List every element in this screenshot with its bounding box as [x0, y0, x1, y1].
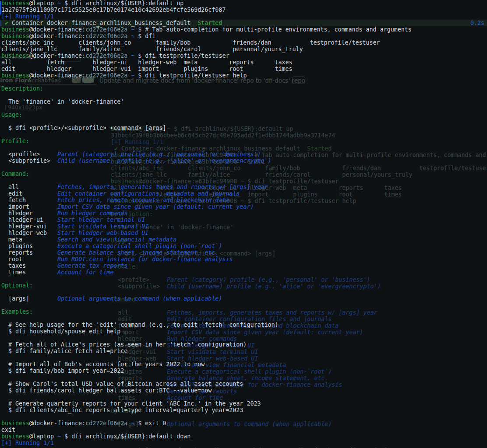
command-description: Child (username) profile (e.g., 'alice' … — [57, 158, 271, 164]
text: $ dfi archlinux/${USER}:default up — [61, 0, 184, 7]
text: The 'finance' in 'docker-finance' — [1, 98, 124, 105]
container-id: cd272ef06e2a — [85, 52, 127, 59]
terminal-line: [+] Running 1/1 — [1, 440, 412, 446]
prompt-user: business — [1, 420, 29, 427]
terminal-line: taxes Generate tax reports — [1, 262, 412, 269]
text: all — [1, 184, 57, 190]
scroll-indicator — [0, 20, 1, 26]
status-text: [+] Running 1/1 — [1, 440, 54, 446]
command-description: Account for time — [57, 269, 113, 276]
terminal-line: import Import CSV data since given year … — [1, 203, 412, 210]
terminal-screen: 0.0.1:30045vrgreenCryptobranchassets/exa… — [0, 0, 487, 448]
text: exit — [1, 427, 15, 433]
terminal-line: Examples: — [1, 308, 412, 315]
terminal-line — [1, 354, 412, 361]
terminal-line: # Import all of Bob's accounts for the y… — [1, 361, 412, 368]
container-id: cd272ef06e2a — [85, 33, 127, 39]
terminal-line: hledger Run hledger commands — [1, 210, 412, 217]
text: $ dfi household/spouse edit help — [1, 328, 120, 335]
command-description: Import CSV data since given year (defaul… — [57, 203, 254, 210]
terminal-line — [1, 289, 412, 295]
command-description: Execute a categorical shell plugin (non-… — [57, 243, 222, 249]
text: # Fetch all of Alice's prices (as seen i… — [1, 341, 247, 348]
terminal-line: <profile> Parent (category) profile (e.g… — [1, 151, 412, 158]
text: # Generate quarterly reports for your cl… — [1, 400, 261, 407]
terminal-line — [1, 177, 412, 184]
terminal-line: [args] Optional arguments to command (wh… — [1, 295, 412, 302]
text: @docker-finance: — [29, 33, 85, 39]
terminal-line: Usage: — [1, 112, 412, 118]
text: hledger-vui — [1, 223, 57, 230]
terminal-line: edit Edit container configurations, meta… — [1, 190, 412, 197]
command-description: Search and view financial metadata — [57, 236, 176, 243]
text: edit — [1, 190, 57, 197]
text: $ dfi archlinux/${USER}:default down — [61, 433, 191, 440]
terminal-line — [1, 105, 412, 112]
text: all fetch hledger-ui hledger-web meta re… — [1, 59, 292, 66]
terminal-line — [1, 164, 412, 171]
command-description: Run hledger commands — [57, 210, 127, 217]
text: times — [1, 269, 57, 276]
text: @laptop — [29, 0, 57, 7]
command-description: Start visidata terminal UI — [57, 223, 148, 230]
section-header: Command: — [1, 171, 29, 177]
terminal-line — [1, 131, 412, 138]
prompt-user: business — [1, 433, 29, 440]
terminal-line: $ dfi friends/carol hledger bal assets c… — [1, 387, 412, 394]
text: plugins — [1, 243, 57, 249]
duration-label: 0.2s — [470, 20, 484, 26]
terminal-line — [1, 302, 412, 308]
terminal-output: business@laptop ~ $ dfi archlinux/${USER… — [1, 0, 412, 446]
terminal-line — [1, 79, 412, 85]
scroll-indicator — [0, 1, 1, 14]
terminal-line: business@laptop ~ $ dfi archlinux/${USER… — [1, 433, 412, 440]
section-header: Usage: — [1, 112, 22, 118]
text: # Import all of Bob's accounts for the y… — [1, 361, 205, 368]
terminal-line — [1, 394, 412, 400]
text: @docker-finance: — [29, 52, 85, 59]
text: hledger-web — [1, 230, 57, 236]
terminal-line — [1, 276, 412, 282]
text: <subprofile> — [1, 158, 57, 164]
text: reports — [1, 249, 57, 256]
text: $ dfi testprofile/testuser help — [134, 72, 247, 79]
prompt-tilde: ~ — [57, 0, 61, 7]
prompt-tilde: ~ — [57, 433, 61, 440]
text: 1a27675f30110907c171c5525e0c17b7e0174e10… — [1, 7, 226, 13]
terminal-line: times Account for time — [1, 269, 412, 276]
terminal-line: $ dfi family/bob import year=2022 — [1, 368, 412, 374]
command-description: Fetches, imports, generates taxes and re… — [57, 184, 268, 190]
terminal-line — [1, 118, 412, 125]
command-description: Generate tax reports — [57, 262, 127, 269]
text: $ dfi clients/abc_inc reports all=type i… — [1, 407, 243, 413]
terminal-line: $ dfi family/alice fetch all=price — [1, 348, 412, 354]
text: hledger-ui — [1, 217, 57, 223]
command-description: Fetch prices, remote accounts and blockc… — [57, 197, 229, 203]
terminal-line: # Generate quarterly reports for your cl… — [1, 400, 412, 407]
text: [args] — [1, 295, 57, 302]
text: $ dfi <profile>/<subprofile> <command> [… — [1, 125, 166, 131]
terminal-line: root Run ROOT.cern instance for docker-f… — [1, 256, 412, 262]
text: <profile> — [1, 151, 57, 158]
terminal-line: reports Generate balance sheet, income s… — [1, 249, 412, 256]
text: # See help usage for the 'edit' command … — [1, 322, 278, 328]
terminal-line: business@docker-finance:cd272ef06e2a ~ $… — [1, 420, 412, 427]
text: $ # Tab auto-completion for multi-profil… — [134, 26, 411, 33]
terminal-line: hledger-ui Start hledger terminal UI — [1, 217, 412, 223]
terminal-line: business@docker-finance:cd272ef06e2a ~ $… — [1, 26, 412, 33]
prompt-user: business — [1, 72, 29, 79]
prompt-user: business — [1, 0, 29, 7]
text: @laptop — [29, 433, 57, 440]
terminal-line: plugins Execute a categorical shell plug… — [1, 243, 412, 249]
command-description: Generate balance sheet, income statement… — [57, 249, 219, 256]
text: $ dfi testprofile/testuser — [134, 52, 229, 59]
text: taxes — [1, 262, 57, 269]
container-id: cd272ef06e2a — [85, 26, 127, 33]
text: meta — [1, 236, 57, 243]
text: edit hledger hledger-vui import plugins … — [1, 66, 292, 72]
text: root — [1, 256, 57, 262]
text: $ exit 0 — [134, 420, 166, 427]
status-text: [+] Running 1/1 — [1, 13, 54, 20]
terminal-line: $ dfi <profile>/<subprofile> <command> [… — [1, 125, 412, 131]
terminal-line: clients/abc_inc clients/john_co family/b… — [1, 39, 412, 46]
